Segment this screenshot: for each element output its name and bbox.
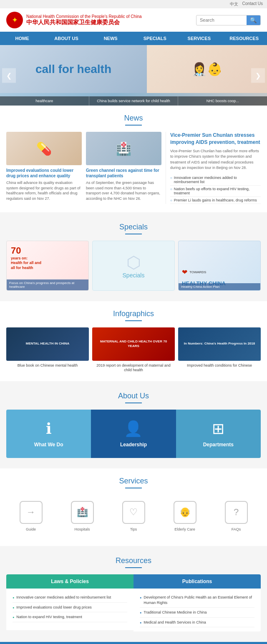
news-card-2-body: As of September, the green passage has b… — [86, 180, 161, 201]
news-list-item-1[interactable]: Innovative cancer medicines added to rei… — [170, 174, 261, 186]
infographic-image-3[interactable]: In Numbers: China's Health Progress In 2… — [178, 327, 261, 361]
resources-laws-item-1[interactable]: Innovative cancer medicines added to rei… — [13, 593, 127, 603]
search-bar: 🔍 — [196, 15, 261, 25]
news-main-title[interactable]: Vice-Premier Sun Chunlan stresses improv… — [170, 132, 261, 146]
news-grid: 💊 Improved evaluations could lower drug … — [6, 132, 261, 204]
services-grid: → Guide 🏥 Hospitals ♡ Tips 👴 Elderly Car… — [6, 495, 261, 538]
about-title: About Us — [6, 392, 261, 400]
infographics-section: Infographics MENTAL HEALTH IN CHINA Blue… — [0, 301, 267, 381]
search-button[interactable]: 🔍 — [247, 15, 260, 25]
resources-laws-item-3[interactable]: Nation to expand HIV testing, treatment — [13, 612, 127, 622]
heart-icon: ❤ — [182, 268, 187, 276]
infographic-label-3: In Numbers: China's Health Progress In 2… — [184, 342, 255, 346]
nav-specials[interactable]: SPECIALS — [133, 32, 177, 45]
specials-title: Specials — [6, 223, 261, 231]
service-elderly-label: Elderly Care — [174, 527, 195, 531]
resources-pub-item-1[interactable]: Development of China's Public Health as … — [140, 593, 254, 608]
what-we-do-icon: ℹ — [46, 420, 52, 438]
news-card-2-title[interactable]: Green channel races against time for tra… — [86, 168, 161, 179]
service-faqs[interactable]: ? FAQs — [212, 495, 261, 538]
hero-content: 👩‍⚕️👶 call for health healthcare China b… — [0, 45, 267, 106]
hero-image: 👩‍⚕️👶 — [147, 45, 267, 93]
infographic-caption-3: Improved health conditions for Chinese — [178, 363, 261, 368]
tips-icon: ♡ — [122, 501, 145, 524]
special-card-1-caption: Focus on China's progress and prospects … — [7, 279, 88, 290]
news-list-item-2[interactable]: Nation beefs up efforts to expand HIV te… — [170, 186, 261, 197]
infographic-caption-2: 2019 report on development of maternal a… — [92, 363, 175, 373]
resources-pub-item-2[interactable]: Traditional Chinese Medicine in China — [140, 608, 254, 618]
hero-left-panel: call for health — [0, 45, 147, 93]
infographic-card-1: MENTAL HEALTH IN CHINA Blue book on Chin… — [6, 327, 89, 373]
hero-captions: healthcare China builds service network … — [0, 96, 267, 106]
nav-home[interactable]: HOME — [0, 32, 44, 45]
about-section: About Us ℹ What We Do 👤 Leadership ⊞ Dep… — [0, 383, 267, 466]
service-hospitals[interactable]: 🏥 Hospitals — [58, 495, 107, 538]
header: ✦ National Health Commission of the Peop… — [0, 8, 267, 32]
special-70-label1: years on: — [11, 256, 84, 261]
hero-caption-3: NHC boosts coop... — [178, 96, 267, 106]
hero-caption-1: healthcare — [0, 96, 89, 106]
resources-col-publications: Publications Development of China's Publ… — [134, 574, 261, 631]
nav-services[interactable]: SERVICES — [177, 32, 221, 45]
special-70-label3: all for health — [11, 266, 84, 271]
resources-publications-list: Development of China's Public Health as … — [134, 589, 261, 631]
infographics-title: Infographics — [6, 309, 261, 318]
service-tips-label: Tips — [130, 527, 137, 531]
nav-about[interactable]: ABOUT US — [44, 32, 88, 45]
resources-title: Resources — [6, 556, 261, 565]
search-input[interactable] — [196, 16, 247, 24]
contact-link[interactable]: Contact Us — [242, 1, 263, 7]
resources-pub-item-3[interactable]: Medical and Health Services in China — [140, 618, 254, 628]
logo-section: ✦ National Health Commission of the Peop… — [6, 12, 142, 28]
news-card-1-image: 💊 — [6, 132, 82, 165]
infographic-card-3: In Numbers: China's Health Progress In 2… — [178, 327, 261, 373]
hero-main-text: call for health — [31, 58, 116, 80]
service-guide[interactable]: → Guide — [6, 495, 55, 538]
resources-underline — [125, 567, 142, 568]
news-card-1-title[interactable]: Improved evaluations could lower drug pr… — [6, 168, 82, 179]
special-card-3-caption: Healthy China Action Plan — [179, 283, 260, 290]
about-card-leadership[interactable]: 👤 Leadership — [91, 410, 176, 458]
infographic-image-1[interactable]: MENTAL HEALTH IN CHINA — [6, 327, 89, 361]
about-card-what-we-do[interactable]: ℹ What We Do — [6, 410, 91, 458]
resources-laws-item-2[interactable]: Improved evaluations could lower drug pr… — [13, 603, 127, 613]
nav-news[interactable]: NEWS — [88, 32, 133, 45]
news-card-1-body: China will advance its quality evaluatio… — [6, 180, 82, 201]
infographic-label-2: MATERNAL AND CHILD HEALTH OVER 70 YEARS — [94, 340, 173, 348]
special-card-2[interactable]: ⬡ Specials — [92, 241, 175, 291]
pills-icon: 💊 — [36, 141, 52, 156]
special-card-3[interactable]: ❤ TOWARDS HEALTHY CHINA Healthy China Ac… — [178, 241, 261, 291]
search-icon: 🔍 — [250, 17, 257, 23]
news-section: News 💊 Improved evaluations could lower … — [0, 106, 267, 212]
infographic-label-1: MENTAL HEALTH IN CHINA — [26, 342, 69, 346]
news-card-1: 💊 Improved evaluations could lower drug … — [6, 132, 82, 204]
hospitals-icon: 🏥 — [71, 501, 94, 524]
news-list-item-3[interactable]: Premier Li lauds gains in healthcare, dr… — [170, 197, 261, 204]
hero-next-button[interactable]: ❯ — [251, 68, 265, 83]
guide-icon: → — [20, 501, 43, 524]
special-card-1[interactable]: 70 years on: Health for all and all for … — [6, 241, 89, 291]
infographic-caption-1: Blue book on Chinese mental health — [6, 363, 89, 368]
faqs-icon: ? — [225, 501, 248, 524]
service-tips[interactable]: ♡ Tips — [109, 495, 158, 538]
resources-grid: Laws & Policies Innovative cancer medici… — [6, 574, 261, 631]
resources-laws-list: Innovative cancer medicines added to rei… — [6, 589, 134, 630]
towards-label-pre: TOWARDS — [189, 270, 206, 274]
specials-pill-icon: ⬡ — [126, 253, 141, 272]
hero-prev-button[interactable]: ❮ — [2, 68, 16, 83]
about-card-departments[interactable]: ⊞ Departments — [176, 410, 261, 458]
special-card-1-content: 70 years on: Health for all and all for … — [7, 241, 88, 275]
services-section: Services → Guide 🏥 Hospitals ♡ Tips 👴 El… — [0, 468, 267, 546]
service-elderly[interactable]: 👴 Elderly Care — [160, 495, 209, 538]
lang-switch[interactable]: 中文 — [230, 1, 238, 7]
hospital-icon: 🏥 — [116, 141, 131, 156]
elderly-icon: 👴 — [174, 501, 196, 524]
news-title: News — [6, 114, 261, 123]
towards-heart: ❤ TOWARDS — [182, 268, 257, 276]
news-card-2-image: 🏥 — [86, 132, 161, 165]
hero-caption-2: China builds service network for child h… — [89, 96, 179, 106]
infographic-image-2[interactable]: MATERNAL AND CHILD HEALTH OVER 70 YEARS — [92, 327, 175, 361]
header-title-zh: 中华人民共和国国家卫生健康委员会 — [26, 19, 142, 26]
nav-resources[interactable]: RESOURCES — [221, 32, 267, 45]
specials-section: Specials 70 years on: Health for all and… — [0, 214, 267, 299]
